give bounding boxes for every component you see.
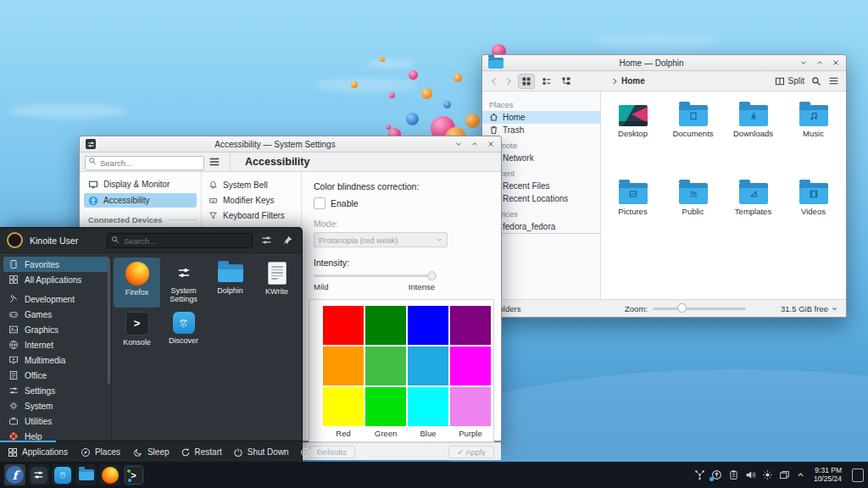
window-list-tray-icon[interactable] (779, 469, 790, 480)
task-dolphin[interactable] (75, 464, 97, 485)
restart-button[interactable]: Restart (181, 447, 222, 458)
category-utilities[interactable]: Utilities (3, 413, 108, 429)
zoom-slider[interactable] (653, 308, 746, 310)
expand-tray-icon[interactable] (796, 470, 805, 480)
folder-item[interactable]: Desktop (603, 100, 663, 178)
forward-icon[interactable] (504, 76, 514, 86)
breadcrumb[interactable]: Home (610, 76, 645, 86)
launcher-button[interactable]: f (4, 464, 25, 485)
app-tile-firefox[interactable]: Firefox (114, 258, 160, 308)
mode-dropdown[interactable]: Protanopia (red weak) (314, 232, 448, 247)
wallpaper-ball (465, 114, 480, 128)
volume-tray-icon[interactable] (745, 469, 756, 480)
sidebar-item-accessibility[interactable]: Accessibility (84, 193, 197, 208)
search-icon[interactable] (811, 76, 821, 86)
category-office[interactable]: Office (3, 368, 108, 383)
chevron-down-icon[interactable] (831, 305, 838, 313)
task-konsole[interactable]: > (123, 464, 144, 485)
subpage-keyboard-filters[interactable]: Keyboard Filters (202, 208, 301, 223)
breadcrumb-home[interactable]: Home (621, 76, 645, 86)
color-swatch (408, 387, 448, 426)
category-graphics[interactable]: Graphics (3, 322, 108, 337)
hamburger-menu-icon[interactable] (828, 75, 839, 86)
tab-applications[interactable]: Applications (8, 447, 68, 458)
task-system-settings[interactable] (28, 464, 49, 485)
settings-search[interactable] (85, 154, 204, 170)
app-tile-system-settings[interactable]: System Settings (160, 258, 207, 308)
shutdown-button[interactable]: Shut Down (233, 447, 289, 458)
intensity-slider-handle[interactable] (427, 271, 437, 280)
category-games[interactable]: Games (3, 307, 108, 322)
category-internet[interactable]: Internet (3, 337, 108, 352)
back-icon[interactable] (489, 76, 499, 86)
wallpaper-ball (409, 70, 418, 80)
subpage-modifier-keys[interactable]: Modifier Keys (202, 192, 301, 208)
task-discover[interactable] (52, 464, 73, 485)
chevron-down-icon (342, 448, 349, 456)
category-system[interactable]: System (3, 398, 108, 413)
user-avatar[interactable] (7, 232, 23, 248)
place-home[interactable]: Home (482, 111, 600, 124)
category-settings[interactable]: Settings (3, 383, 108, 398)
show-desktop-button[interactable] (852, 469, 864, 482)
updates-tray-icon[interactable] (711, 469, 722, 480)
folder-item[interactable]: Music (783, 100, 843, 178)
settings-search-input[interactable] (85, 156, 204, 170)
network-tray-icon[interactable] (694, 469, 705, 480)
clipboard-tray-icon[interactable] (728, 469, 739, 480)
color-preview-card: Red Green Blue Purple (309, 299, 494, 442)
maximize-icon[interactable] (470, 140, 479, 148)
intensity-slider[interactable] (314, 274, 435, 277)
system-gear-icon (8, 401, 19, 411)
compact-view-button[interactable] (539, 75, 554, 88)
folder-item[interactable]: Documents (663, 100, 723, 178)
folder-item[interactable]: Public (663, 178, 723, 256)
color-swatch (323, 306, 364, 345)
mild-label: Mild (314, 282, 328, 291)
color-swatch (365, 387, 406, 426)
enable-checkbox[interactable] (314, 197, 326, 209)
category-development[interactable]: Development (3, 291, 108, 307)
category-all-applications[interactable]: All Applications (3, 272, 108, 287)
leave-button[interactable]: Leave (300, 447, 349, 458)
category-favorites[interactable]: Favorites (3, 257, 108, 272)
app-tile-discover[interactable]: Discover (160, 308, 207, 358)
folder-item[interactable]: Videos (783, 178, 843, 256)
category-multimedia[interactable]: Multimedia (3, 352, 108, 368)
place-trash[interactable]: Trash (482, 124, 600, 136)
minimize-icon[interactable] (454, 140, 463, 148)
close-icon[interactable] (832, 58, 840, 67)
settings-titlebar[interactable]: Accessibility — System Settings (80, 136, 501, 152)
task-firefox[interactable] (99, 464, 120, 485)
details-view-button[interactable] (559, 75, 574, 88)
dolphin-titlebar[interactable]: Home — Dolphin (482, 55, 846, 71)
sidebar-item-display-monitor[interactable]: Display & Monitor (84, 177, 197, 191)
digital-clock[interactable]: 9:31 PM 10/25/24 (814, 467, 842, 484)
close-icon[interactable] (487, 140, 495, 148)
subpage-system-bell[interactable]: System Bell (202, 177, 301, 192)
intensity-label: Intensity: (314, 258, 489, 268)
launcher-search[interactable] (107, 232, 253, 249)
night-color-tray-icon[interactable] (762, 469, 773, 480)
folder-item[interactable]: Downloads (723, 100, 783, 178)
configure-icon[interactable] (259, 235, 274, 246)
launcher-search-input[interactable] (107, 233, 253, 248)
color-swatch (365, 306, 406, 345)
scrollbar[interactable] (108, 258, 110, 384)
app-tile-dolphin[interactable]: Dolphin (207, 258, 253, 308)
app-tile-konsole[interactable]: > Konsole (114, 308, 160, 358)
group-label: Color blindness correction: (314, 181, 489, 191)
tab-places[interactable]: Places (81, 447, 120, 458)
apply-button[interactable]: ✓ Apply (448, 446, 494, 458)
pin-icon[interactable] (281, 235, 295, 246)
folder-item[interactable]: Pictures (603, 178, 663, 256)
maximize-icon[interactable] (815, 58, 824, 67)
hamburger-menu-icon[interactable] (209, 156, 220, 168)
app-tile-kwrite[interactable]: KWrite (253, 258, 300, 308)
minimize-icon[interactable] (799, 58, 808, 67)
icons-view-button[interactable] (518, 74, 535, 89)
zoom-slider-handle[interactable] (677, 303, 687, 313)
sleep-button[interactable]: Sleep (133, 447, 170, 458)
folder-item[interactable]: Templates (723, 178, 783, 256)
split-button[interactable]: Split (775, 76, 804, 86)
